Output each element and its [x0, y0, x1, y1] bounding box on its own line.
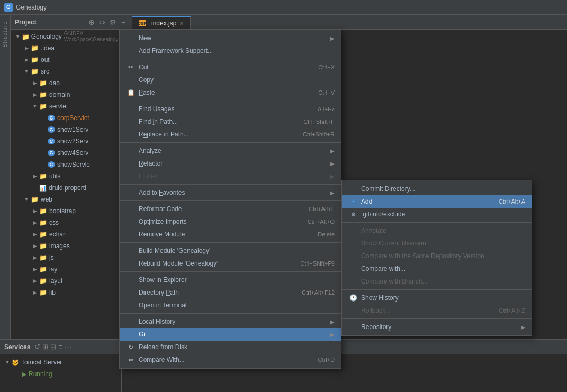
tree-item-out[interactable]: 📁 out: [11, 54, 132, 66]
git-submenu-rollback[interactable]: Rollback... Ctrl+Alt+Z: [342, 304, 532, 317]
menu-item-directory-path[interactable]: Directory Path Ctrl+Alt+F12: [120, 286, 341, 299]
menu-item-cut[interactable]: ✂ Cut Ctrl+X: [120, 61, 341, 74]
running-label: Running: [29, 370, 52, 378]
separator-8: [120, 313, 341, 314]
separator-5: [120, 200, 341, 201]
menu-item-reformat[interactable]: Reformat Code Ctrl+Alt+L: [120, 203, 341, 215]
menu-add-framework-label: Add Framework Support...: [139, 47, 213, 54]
show1serv-icon: C: [48, 126, 55, 133]
service-icon-sort[interactable]: ≡: [58, 343, 62, 351]
menu-item-compare-with[interactable]: ⇔ Compare With... Ctrl+D: [120, 353, 341, 366]
tree-item-druid[interactable]: 📊 druid.properti: [11, 182, 132, 194]
menu-item-rebuild-module[interactable]: Rebuild Module 'Genealogy' Ctrl+Shift+F9: [120, 257, 341, 270]
menu-remove-label: Remove Module: [139, 231, 185, 238]
service-icon-layout[interactable]: ⊞: [42, 343, 48, 351]
menu-item-find-in-path[interactable]: Find in Path... Ctrl+Shift+F: [120, 115, 341, 128]
services-tree-item-tomcat[interactable]: 🐱 Tomcat Server: [2, 357, 119, 368]
service-icon-filter[interactable]: ⊟: [50, 343, 56, 351]
menu-item-git[interactable]: Git ▶: [120, 328, 341, 341]
menu-item-flutter[interactable]: Flutter ▶: [120, 170, 341, 183]
remove-shortcut: Delete: [318, 231, 335, 238]
menu-reload-label: Reload from Disk: [139, 343, 187, 351]
git-submenu-add[interactable]: + Add Ctrl+Alt+A: [342, 195, 532, 208]
tree-item-show4serv[interactable]: C show4Serv: [11, 147, 132, 159]
tree-arrow-src: [23, 68, 30, 75]
menu-item-optimize-imports[interactable]: Optimize Imports Ctrl+Alt+O: [120, 215, 341, 228]
tab-jsp-icon: JSP: [139, 20, 146, 26]
git-submenu-compare-same[interactable]: Compare with the Same Repository Version: [342, 250, 532, 262]
git-submenu-commit-dir[interactable]: Commit Directory...: [342, 183, 532, 195]
optimize-shortcut: Ctrl+Alt+O: [308, 218, 335, 225]
layui-folder-icon: 📁: [39, 277, 47, 285]
menu-item-replace-in-path[interactable]: Replace in Path... Ctrl+Shift+R: [120, 128, 341, 141]
tree-item-servlet[interactable]: 📁 servlet: [11, 101, 132, 112]
tree-item-web[interactable]: 📁 web: [11, 194, 132, 205]
src-label: src: [41, 68, 49, 75]
tree-item-bootstrap[interactable]: 📁 bootstrap: [11, 205, 132, 217]
analyze-arrow: ▶: [330, 148, 335, 154]
menu-item-refactor[interactable]: Refactor ▶: [120, 157, 341, 170]
git-submenu-show-revision[interactable]: Show Current Revision: [342, 237, 532, 250]
tree-item-domain[interactable]: 📁 domain: [11, 89, 132, 101]
menu-item-reload-from-disk[interactable]: ↻ Reload from Disk: [120, 341, 341, 353]
menu-item-analyze[interactable]: Analyze ▶: [120, 144, 341, 157]
tab-close-btn[interactable]: ✕: [179, 21, 184, 26]
tree-item-corpservlet[interactable]: C corpServlet: [11, 112, 132, 124]
tree-item-dao[interactable]: 📁 dao: [11, 77, 132, 89]
menu-item-add-framework[interactable]: Add Framework Support...: [120, 44, 341, 57]
menu-item-remove-module[interactable]: Remove Module Delete: [120, 228, 341, 241]
service-icon-more[interactable]: ⋯: [65, 343, 71, 351]
tree-item-show2serv[interactable]: C show2Serv: [11, 135, 132, 147]
tree-arrow-out: [23, 57, 30, 63]
tree-item-show1serv[interactable]: C show1Serv: [11, 124, 132, 135]
services-tree: 🐱 Tomcat Server ▶ Running: [0, 354, 122, 392]
tree-item-lib[interactable]: 📁 lib: [11, 287, 132, 298]
tree-item-css[interactable]: 📁 css: [11, 217, 132, 229]
menu-item-build-module[interactable]: Build Module 'Genealogy': [120, 244, 341, 257]
tab-index-jsp[interactable]: JSP index.jsp ✕: [132, 16, 191, 29]
tree-item-images[interactable]: 📁 images: [11, 240, 132, 252]
menu-item-find-usages[interactable]: Find Usages Alt+F7: [120, 103, 341, 115]
corpservlet-label: corpServlet: [57, 114, 89, 122]
project-icon-settings[interactable]: ⚙: [109, 18, 117, 26]
tomcat-icon: 🐱: [12, 359, 19, 366]
menu-refactor-label: Refactor: [139, 160, 163, 167]
project-icon-gear[interactable]: ⊕: [87, 18, 96, 26]
src-folder-icon: 📁: [31, 68, 39, 75]
git-submenu-compare-with[interactable]: Compare with...: [342, 262, 532, 275]
tree-arrow-root: [15, 33, 21, 40]
menu-item-copy[interactable]: Copy: [120, 74, 341, 86]
tree-item-idea[interactable]: 📁 .idea: [11, 42, 132, 54]
corpservlet-icon: C: [48, 115, 55, 121]
git-submenu-exclude[interactable]: ⚙ .git/info/exclude: [342, 208, 532, 221]
menu-item-open-terminal[interactable]: Open in Terminal: [120, 299, 341, 312]
menu-item-local-history[interactable]: Local History ▶: [120, 315, 341, 328]
git-submenu-repository[interactable]: Repository ▶: [342, 321, 532, 333]
menu-item-new[interactable]: New ▶: [120, 32, 341, 44]
services-tree-item-running[interactable]: ▶ Running: [2, 368, 119, 380]
tree-item-layui[interactable]: 📁 layui: [11, 275, 132, 287]
tree-item-echart[interactable]: 📁 echart: [11, 229, 132, 240]
tree-item-showservle[interactable]: C showServle: [11, 159, 132, 170]
lay-folder-icon: 📁: [39, 266, 47, 273]
tree-item-utils[interactable]: 📁 utils: [11, 170, 132, 182]
project-icon-layout[interactable]: ⇔: [98, 18, 106, 26]
tree-item-root[interactable]: 📁 Genealogy G:\IDEA-WorkSpace\Genealogy: [11, 31, 132, 42]
project-icon-minimize[interactable]: −: [119, 18, 128, 26]
menu-find-in-path-label: Find in Path...: [139, 118, 178, 125]
tree-item-lay[interactable]: 📁 lay: [11, 263, 132, 275]
menu-item-show-explorer[interactable]: Show in Explorer: [120, 274, 341, 286]
git-submenu-show-history[interactable]: 🕐 Show History: [342, 291, 532, 304]
rollback-shortcut: Ctrl+Alt+Z: [499, 307, 525, 314]
root-folder-icon: 📁: [22, 33, 29, 40]
menu-item-add-favorites[interactable]: Add to Favorites ▶: [120, 186, 341, 199]
menu-item-paste[interactable]: 📋 Paste Ctrl+V: [120, 86, 341, 99]
paste-icon: 📋: [126, 89, 136, 96]
git-compare-with-label: Compare with...: [361, 265, 406, 272]
tree-item-js[interactable]: 📁 js: [11, 252, 132, 263]
dao-folder-icon: 📁: [39, 79, 47, 87]
tree-item-src[interactable]: 📁 src: [11, 66, 132, 77]
git-submenu-compare-branch[interactable]: Compare with Branch...: [342, 275, 532, 288]
git-submenu-annotate[interactable]: Annotate: [342, 224, 532, 237]
service-icon-refresh[interactable]: ↺: [34, 343, 40, 351]
